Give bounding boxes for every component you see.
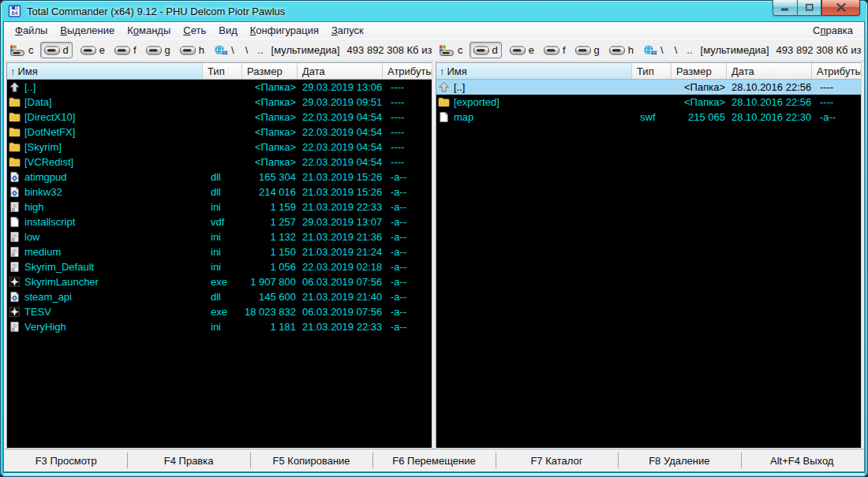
menu-item-1[interactable]: Выделение <box>54 24 121 37</box>
drive-button-d[interactable]: d <box>470 42 502 58</box>
menu-item-6[interactable]: Запуск <box>325 24 370 37</box>
file-panels: ↑ИмяТипРазмерДатаАтрибуты[..]<Папка>29.0… <box>4 61 864 449</box>
drive-button-network[interactable]: \ <box>640 43 667 58</box>
column-header-size[interactable]: Размер <box>242 63 297 79</box>
column-header-row: ↑ИмяТипРазмерДатаАтрибуты <box>436 63 861 80</box>
menu-item-3[interactable]: Сеть <box>177 24 212 37</box>
file-name: steam_api <box>24 291 72 303</box>
menu-item-5[interactable]: Конфигурация <box>244 24 325 37</box>
drive-button-h[interactable]: h <box>606 43 637 58</box>
menu-item-help[interactable]: Справка <box>806 24 859 37</box>
column-header-type[interactable]: Тип <box>632 63 672 79</box>
file-row[interactable]: [..]<Папка>29.03.2019 13:06---- <box>7 80 432 95</box>
file-name: medium <box>24 246 61 258</box>
drive-button-e[interactable]: e <box>77 43 108 58</box>
drive-button-g[interactable]: g <box>143 43 174 58</box>
file-date: 21.03.2019 15:26 <box>297 171 383 183</box>
file-type: dll <box>203 171 242 183</box>
file-row[interactable]: atimgpuddll165 30421.03.2019 15:26-a-- <box>7 170 432 184</box>
file-attr: ---- <box>812 81 861 93</box>
fn-f4-button[interactable]: F4 Правка <box>127 449 249 471</box>
column-header-date[interactable]: Дата <box>297 63 383 79</box>
column-header-size[interactable]: Размер <box>672 63 727 79</box>
drive-button-e[interactable]: e <box>507 43 537 58</box>
parent-dir-button[interactable]: .. <box>682 43 697 58</box>
file-name-cell: map <box>436 111 632 123</box>
root-dir-button[interactable]: \ <box>241 43 253 58</box>
column-header-attr[interactable]: Атрибуты <box>383 63 432 79</box>
fn-alt-f4-button[interactable]: Alt+F4 Выход <box>741 449 863 471</box>
file-attr: -a-- <box>383 186 432 198</box>
drive-letter: c <box>458 44 463 56</box>
file-name-cell: [DirectX10] <box>7 111 203 123</box>
column-header-name[interactable]: ↑Имя <box>436 63 632 79</box>
file-row[interactable]: [DotNetFX]<Папка>22.03.2019 04:54---- <box>7 125 432 140</box>
file-size: <Папка> <box>242 126 297 138</box>
file-panel-right: ↑ИмяТипРазмерДатаАтрибуты[..]<Папка>28.1… <box>436 62 862 449</box>
column-header-name[interactable]: ↑Имя <box>7 63 203 79</box>
drive-button-f[interactable]: f <box>111 43 140 58</box>
file-name-cell: binkw32 <box>7 186 203 198</box>
file-attr: ---- <box>383 126 432 138</box>
file-row[interactable]: [VCRedist]<Папка>22.03.2019 04:54---- <box>7 155 432 170</box>
sort-ascending-icon: ↑ <box>10 65 16 77</box>
file-name-cell: low <box>7 231 203 243</box>
drive-button-h[interactable]: h <box>177 43 208 58</box>
maximize-button[interactable] <box>798 0 821 16</box>
fn-f5-button[interactable]: F5 Копирование <box>250 449 372 471</box>
file-row[interactable]: mediumini1 15021.03.2019 21:24-a-- <box>7 244 432 259</box>
minimize-button[interactable] <box>773 0 798 16</box>
parent-dir-button[interactable]: .. <box>253 43 268 58</box>
menu-item-2[interactable]: Команды <box>121 24 177 37</box>
file-row[interactable]: installscriptvdf1 25729.03.2019 13:07-a-… <box>7 214 432 229</box>
fn-f8-button[interactable]: F8 Удаление <box>618 449 740 471</box>
file-size: <Папка> <box>242 141 297 153</box>
file-attr: -a-- <box>383 306 432 318</box>
file-type: vdf <box>203 216 242 228</box>
drive-button-g[interactable]: g <box>572 43 603 58</box>
file-type: ini <box>203 321 242 333</box>
file-row[interactable]: TESVexe18 023 83206.03.2019 07:56-a-- <box>7 304 432 319</box>
network-globe-icon <box>214 45 228 56</box>
file-size: <Папка> <box>672 96 727 108</box>
file-row[interactable]: lowini1 13221.03.2019 21:36-a-- <box>7 229 432 244</box>
drive-button-c[interactable]: c <box>436 43 466 58</box>
file-row[interactable]: Skyrim_Defaultini1 05622.03.2019 02:18-a… <box>7 259 432 274</box>
exe-file-icon <box>9 306 21 318</box>
menu-item-4[interactable]: Вид <box>212 24 244 37</box>
column-header-date[interactable]: Дата <box>727 63 812 79</box>
file-row[interactable]: VeryHighini1 18121.03.2019 22:33-a-- <box>7 319 432 334</box>
file-size: 1 907 800 <box>242 276 297 288</box>
file-date: 22.03.2019 04:54 <box>297 126 383 138</box>
column-header-attr[interactable]: Атрибуты <box>812 63 862 79</box>
file-row[interactable]: [Data]<Папка>29.03.2019 09:51---- <box>7 95 432 110</box>
close-button[interactable] <box>821 0 860 16</box>
file-row[interactable]: SkyrimLauncherexe1 907 80006.03.2019 07:… <box>7 274 432 289</box>
file-list: [..]<Папка>28.10.2016 22:56----[exported… <box>436 80 861 448</box>
drive-button-f[interactable]: f <box>541 43 569 58</box>
file-size: 1 056 <box>242 261 297 273</box>
drive-icon <box>575 46 591 55</box>
drive-button-network[interactable]: \ <box>211 43 238 58</box>
menu-item-0[interactable]: Файлы <box>9 24 54 37</box>
title-bar[interactable]: 64 Total Commander (x64) 9.12 - PHU Delc… <box>0 0 868 22</box>
file-row[interactable]: binkw32dll214 01621.03.2019 15:26-a-- <box>7 184 432 199</box>
file-row[interactable]: [Skyrim]<Папка>22.03.2019 04:54---- <box>7 140 432 155</box>
file-attr: -a-- <box>383 261 432 273</box>
file-date: 22.03.2019 02:18 <box>297 261 383 273</box>
file-row[interactable]: highini1 15921.03.2019 22:33-a-- <box>7 199 432 214</box>
column-header-type[interactable]: Тип <box>203 63 242 79</box>
drive-button-c[interactable]: c <box>6 43 37 58</box>
file-attr: ---- <box>383 141 432 153</box>
folder-icon <box>9 126 21 138</box>
fn-f7-button[interactable]: F7 Каталог <box>496 449 618 471</box>
file-row[interactable]: [DirectX10]<Папка>22.03.2019 04:54---- <box>7 110 432 125</box>
file-row[interactable]: [exported]<Папка>28.10.2016 22:56---- <box>436 95 861 110</box>
root-dir-button[interactable]: \ <box>670 43 683 58</box>
file-row[interactable]: [..]<Папка>28.10.2016 22:56---- <box>436 80 861 95</box>
file-row[interactable]: mapswf215 06528.10.2016 22:30-a-- <box>436 110 861 125</box>
fn-f6-button[interactable]: F6 Перемещение <box>372 449 495 471</box>
fn-f3-button[interactable]: F3 Просмотр <box>5 449 127 471</box>
drive-button-d[interactable]: d <box>40 42 73 58</box>
file-row[interactable]: steam_apidll145 60021.03.2019 21:40-a-- <box>7 289 432 304</box>
